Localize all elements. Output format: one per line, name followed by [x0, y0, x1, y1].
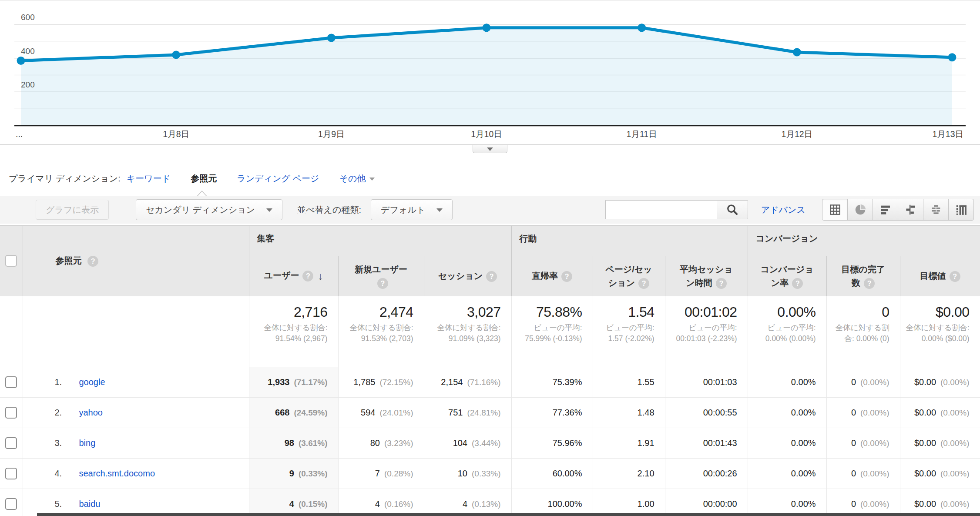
- metric-cell-1: 98(3.61%): [249, 428, 338, 459]
- summary-subtext: 全体に対する割合: 91.09% (3,323): [428, 322, 501, 344]
- summary-value: 00:01:02: [669, 304, 737, 320]
- metric-value: 104: [453, 438, 467, 448]
- metric-percentage: (0.28%): [384, 469, 413, 478]
- dimension-column-header[interactable]: 参照元 ?: [23, 226, 249, 296]
- summary-value: 2,474: [342, 304, 413, 320]
- metric-value: 0: [851, 408, 856, 417]
- help-icon[interactable]: ?: [87, 256, 98, 267]
- metric-cell-8: 0(0.00%): [826, 489, 900, 516]
- chart-collapse-button[interactable]: [473, 145, 507, 153]
- metric-cell-4: 75.39%: [511, 367, 593, 398]
- group-header-conversions: コンバージョン: [748, 226, 980, 256]
- bottom-clipped-row-edge: [37, 513, 980, 516]
- row-checkbox[interactable]: [5, 468, 17, 479]
- source-link[interactable]: search.smt.docomo: [79, 469, 155, 478]
- pivot-view-button[interactable]: [948, 199, 974, 221]
- metric-percentage: (3.23%): [384, 439, 413, 448]
- metric-cell-4: 60.00%: [511, 459, 593, 489]
- sort-type-dropdown[interactable]: デフォルト: [371, 199, 453, 220]
- metric-percentage: (0.00%): [860, 499, 889, 509]
- metric-header-3[interactable]: セッション?: [424, 256, 511, 296]
- source-link[interactable]: baidu: [79, 499, 101, 509]
- primary-dimension-item-2[interactable]: 参照元: [191, 173, 217, 184]
- metric-percentage: (0.00%): [860, 378, 889, 387]
- table-search: [605, 200, 748, 219]
- help-icon[interactable]: ?: [377, 278, 388, 289]
- summary-cell-6: 00:01:02ビューの平均: 00:01:03 (-2.23%): [665, 296, 748, 367]
- svg-text:1月8日: 1月8日: [163, 129, 189, 139]
- metric-header-2[interactable]: 新規ユーザー?: [338, 256, 424, 296]
- primary-dimension-items: キーワード参照元ランディング ページその他: [127, 173, 395, 184]
- help-icon[interactable]: ?: [716, 278, 727, 289]
- help-icon[interactable]: ?: [792, 278, 803, 289]
- metric-cell-8: 0(0.00%): [826, 398, 900, 428]
- row-checkbox[interactable]: [5, 407, 17, 419]
- metric-cell-2: 4(0.16%): [338, 489, 424, 516]
- metric-value: 100.00%: [548, 499, 582, 509]
- metric-cell-1: 9(0.33%): [249, 459, 338, 489]
- metric-percentage: (0.00%): [860, 439, 889, 448]
- help-icon[interactable]: ?: [561, 271, 572, 282]
- row-checkbox[interactable]: [5, 498, 17, 510]
- metric-value: 00:01:43: [703, 438, 737, 448]
- metric-value: 75.96%: [553, 438, 582, 448]
- primary-dimension-item-3[interactable]: ランディング ページ: [237, 173, 319, 184]
- metric-value: 80: [370, 438, 380, 448]
- summary-checkbox-spacer: [0, 296, 23, 367]
- metric-header-7[interactable]: コンバージョン率?: [748, 256, 826, 296]
- table-search-input[interactable]: [605, 200, 717, 219]
- metric-value: 00:00:00: [703, 499, 737, 509]
- metric-value: 594: [361, 408, 375, 417]
- metric-value: 2,154: [441, 377, 463, 387]
- secondary-dimension-label: セカンダリ ディメンション: [146, 204, 255, 216]
- search-button[interactable]: [717, 200, 748, 219]
- metric-header-8[interactable]: 目標の完了数?: [826, 256, 900, 296]
- row-rank: 1.: [55, 377, 79, 387]
- svg-text:200: 200: [21, 80, 35, 89]
- metric-cell-4: 100.00%: [511, 489, 593, 516]
- sessions-area-chart: 200400600...1月8日1月9日1月10日1月11日1月12日1月13日: [0, 0, 980, 145]
- percentage-view-button[interactable]: [847, 199, 873, 221]
- summary-value: 75.88%: [515, 304, 582, 320]
- metric-cell-2: 7(0.28%): [338, 459, 424, 489]
- metric-value: 0: [851, 438, 856, 448]
- metric-percentage: (0.33%): [299, 469, 328, 478]
- data-table-view-button[interactable]: [822, 199, 848, 221]
- comparison-view-button[interactable]: [898, 199, 923, 221]
- row-checkbox[interactable]: [5, 376, 17, 388]
- source-link[interactable]: bing: [79, 438, 96, 448]
- metric-header-6[interactable]: 平均セッション時間?: [665, 256, 748, 296]
- metric-header-9[interactable]: 目標値?: [900, 256, 980, 296]
- metric-header-4[interactable]: 直帰率?: [511, 256, 593, 296]
- performance-view-button[interactable]: [873, 199, 898, 221]
- primary-dimension-item-4[interactable]: その他: [339, 173, 375, 184]
- metric-header-1[interactable]: ユーザー?↓: [249, 256, 338, 296]
- view-toggle-group: [822, 199, 974, 221]
- select-all-cell: [0, 226, 23, 296]
- source-link[interactable]: google: [79, 377, 105, 387]
- primary-dimension-label: プライマリ ディメンション:: [9, 173, 121, 184]
- help-icon[interactable]: ?: [950, 271, 960, 282]
- plot-rows-button[interactable]: グラフに表示: [36, 200, 109, 220]
- source-cell: 5.baidu: [23, 489, 249, 516]
- help-icon[interactable]: ?: [486, 271, 497, 282]
- selected-dimension-notch: [197, 190, 207, 196]
- svg-text:400: 400: [21, 47, 35, 56]
- metric-value: 2.10: [638, 469, 654, 478]
- metric-percentage: (0.16%): [384, 499, 413, 509]
- help-icon[interactable]: ?: [302, 271, 313, 281]
- row-checkbox[interactable]: [5, 437, 17, 449]
- advanced-filter-link[interactable]: アドバンス: [761, 204, 805, 216]
- term-cloud-view-button[interactable]: [923, 199, 949, 221]
- metric-percentage: (0.00%): [940, 439, 970, 448]
- help-icon[interactable]: ?: [638, 278, 649, 289]
- metric-value: 1,785: [353, 377, 375, 387]
- source-link[interactable]: yahoo: [79, 408, 103, 417]
- select-all-checkbox[interactable]: [5, 255, 17, 267]
- primary-dimension-item-1[interactable]: キーワード: [127, 173, 171, 184]
- metric-header-label: 目標値: [920, 271, 946, 281]
- secondary-dimension-button[interactable]: セカンダリ ディメンション: [136, 199, 282, 220]
- metric-percentage: (72.15%): [379, 378, 413, 387]
- metric-header-5[interactable]: ページ/セッション?: [593, 256, 665, 296]
- help-icon[interactable]: ?: [864, 278, 875, 289]
